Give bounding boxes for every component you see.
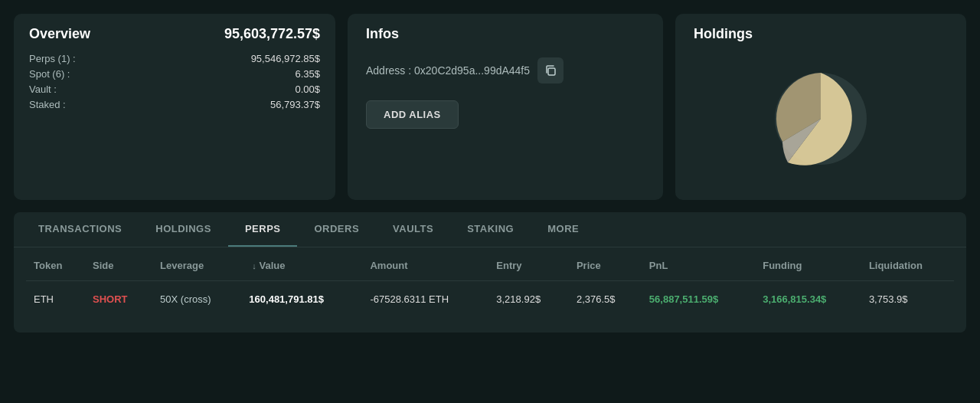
cell-leverage: 50X (cross) [152, 281, 241, 318]
overview-row-label: Vault : [29, 84, 57, 95]
infos-title: Infos [366, 26, 645, 42]
infos-card: Infos Address : 0x20C2d95a...99dA44f5 AD… [348, 14, 663, 200]
overview-row: Spot (6) :6.35$ [29, 68, 320, 80]
col-token: Token [26, 247, 85, 281]
cell-amount: -67528.6311 ETH [362, 281, 488, 318]
tab-more[interactable]: MORE [531, 212, 596, 247]
cell-side: SHORT [85, 281, 152, 318]
table-section: TokenSideLeverage↓ ValueAmountEntryPrice… [14, 247, 966, 333]
col-value[interactable]: ↓ Value [241, 247, 362, 281]
table-row: ETHSHORT50X (cross)160,481,791.81$-67528… [26, 281, 954, 318]
cell-pnl: 56,887,511.59$ [642, 281, 755, 318]
overview-row-value: 56,793.37$ [270, 99, 320, 110]
overview-row-value: 95,546,972.85$ [251, 53, 320, 64]
holdings-title: Holdings [694, 26, 948, 42]
holdings-chart [694, 50, 948, 188]
pie-chart [760, 57, 882, 180]
tab-transactions[interactable]: TRANSACTIONS [21, 212, 139, 247]
tabs-bar: TRANSACTIONSHOLDINGSPERPSORDERSVAULTSSTA… [14, 212, 966, 247]
col-side: Side [85, 247, 152, 281]
cell-liquidation: 3,753.9$ [861, 281, 954, 318]
holdings-card: Holdings [675, 14, 966, 200]
sort-icon: ↓ [252, 261, 256, 270]
copy-address-button[interactable] [537, 57, 564, 84]
tab-perps[interactable]: PERPS [228, 212, 298, 247]
address-row: Address : 0x20C2d95a...99dA44f5 [366, 57, 645, 84]
col-funding: Funding [755, 247, 861, 281]
overview-row-label: Spot (6) : [29, 68, 70, 80]
address-text: Address : 0x20C2d95a...99dA44f5 [366, 64, 530, 77]
overview-row: Staked :56,793.37$ [29, 99, 320, 110]
overview-title: Overview [29, 26, 90, 42]
col-liquidation: Liquidation [861, 247, 954, 281]
tab-holdings[interactable]: HOLDINGS [139, 212, 228, 247]
cell-token: ETH [26, 281, 85, 318]
svg-rect-0 [548, 68, 555, 75]
cell-price: 2,376.5$ [569, 281, 642, 318]
overview-total: 95,603,772.57$ [224, 26, 320, 42]
overview-row-label: Perps (1) : [29, 53, 76, 64]
col-pnl: PnL [642, 247, 755, 281]
overview-row-value: 0.00$ [295, 84, 320, 95]
overview-row-value: 6.35$ [295, 68, 320, 80]
cell-value: 160,481,791.81$ [241, 281, 362, 318]
col-entry: Entry [488, 247, 569, 281]
cell-funding: 3,166,815.34$ [755, 281, 861, 318]
overview-row-label: Staked : [29, 99, 66, 110]
cell-entry: 3,218.92$ [488, 281, 569, 318]
col-amount: Amount [362, 247, 488, 281]
overview-card: Overview 95,603,772.57$ Perps (1) :95,54… [14, 14, 335, 200]
col-leverage: Leverage [152, 247, 241, 281]
overview-row: Vault :0.00$ [29, 84, 320, 95]
tab-staking[interactable]: STAKING [450, 212, 531, 247]
add-alias-button[interactable]: ADD ALIAS [366, 100, 459, 129]
tabs-section: TRANSACTIONSHOLDINGSPERPSORDERSVAULTSSTA… [14, 212, 966, 247]
perps-table: TokenSideLeverage↓ ValueAmountEntryPrice… [26, 247, 954, 317]
col-price: Price [569, 247, 642, 281]
tab-vaults[interactable]: VAULTS [376, 212, 450, 247]
tab-orders[interactable]: ORDERS [297, 212, 376, 247]
overview-row: Perps (1) :95,546,972.85$ [29, 53, 320, 64]
